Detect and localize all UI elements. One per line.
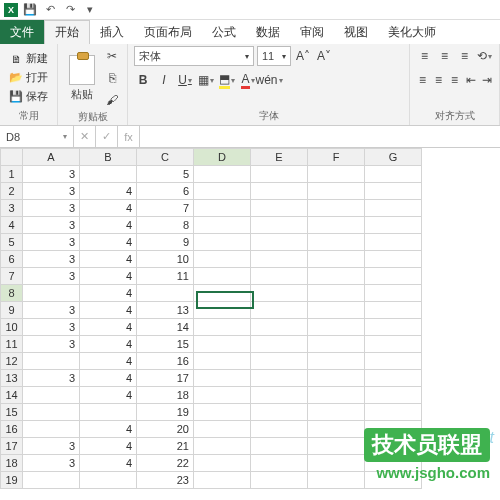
cell[interactable] — [23, 421, 80, 438]
col-header-G[interactable]: G — [365, 149, 422, 166]
row-header[interactable]: 6 — [1, 251, 23, 268]
fill-color-button[interactable]: ⬒ — [218, 70, 236, 90]
col-header-F[interactable]: F — [308, 149, 365, 166]
cell[interactable] — [365, 200, 422, 217]
cell[interactable] — [23, 387, 80, 404]
cell[interactable] — [251, 166, 308, 183]
cell[interactable] — [194, 251, 251, 268]
cell[interactable]: 3 — [23, 200, 80, 217]
cell[interactable] — [194, 319, 251, 336]
row-header[interactable]: 3 — [1, 200, 23, 217]
row-header[interactable]: 10 — [1, 319, 23, 336]
cell[interactable] — [308, 200, 365, 217]
cell[interactable] — [308, 353, 365, 370]
cell[interactable]: 4 — [80, 455, 137, 472]
cell[interactable]: 21 — [137, 438, 194, 455]
cell[interactable] — [251, 472, 308, 489]
cell[interactable] — [365, 472, 422, 489]
cell[interactable] — [194, 234, 251, 251]
cell[interactable] — [251, 285, 308, 302]
cell[interactable] — [308, 421, 365, 438]
cell[interactable]: 3 — [23, 234, 80, 251]
col-header-B[interactable]: B — [80, 149, 137, 166]
fx-button[interactable]: fx — [118, 126, 140, 147]
select-all-corner[interactable] — [1, 149, 23, 166]
cell[interactable] — [308, 234, 365, 251]
cell[interactable] — [308, 387, 365, 404]
cell[interactable]: 4 — [80, 438, 137, 455]
phonetic-button[interactable]: wén — [260, 70, 278, 90]
cell[interactable] — [251, 251, 308, 268]
cell[interactable] — [308, 455, 365, 472]
row-header[interactable]: 15 — [1, 404, 23, 421]
cell[interactable] — [365, 217, 422, 234]
qat-save[interactable]: 💾 — [22, 2, 38, 18]
cell[interactable] — [194, 370, 251, 387]
tab-beautify[interactable]: 美化大师 — [378, 20, 446, 44]
cell[interactable]: 10 — [137, 251, 194, 268]
col-header-A[interactable]: A — [23, 149, 80, 166]
cell[interactable]: 3 — [23, 183, 80, 200]
format-painter-button[interactable]: 🖌 — [103, 90, 121, 110]
tab-file[interactable]: 文件 — [0, 20, 44, 44]
cell[interactable] — [194, 268, 251, 285]
cell[interactable]: 4 — [80, 251, 137, 268]
cell[interactable] — [365, 166, 422, 183]
cell[interactable] — [251, 217, 308, 234]
cell[interactable] — [251, 370, 308, 387]
paste-button[interactable]: 粘贴 — [64, 55, 99, 102]
new-button[interactable]: 🗎新建 — [6, 50, 51, 67]
cell[interactable]: 3 — [23, 302, 80, 319]
cell[interactable] — [251, 183, 308, 200]
font-size-select[interactable]: 11▾ — [257, 46, 291, 66]
cell[interactable]: 3 — [23, 438, 80, 455]
cell[interactable] — [194, 353, 251, 370]
cell[interactable]: 4 — [80, 353, 137, 370]
formula-bar[interactable] — [140, 126, 500, 147]
cell[interactable]: 3 — [23, 319, 80, 336]
cell[interactable]: 3 — [23, 370, 80, 387]
cell[interactable] — [251, 234, 308, 251]
col-header-D[interactable]: D — [194, 149, 251, 166]
cell[interactable]: 15 — [137, 336, 194, 353]
tab-data[interactable]: 数据 — [246, 20, 290, 44]
row-header[interactable]: 19 — [1, 472, 23, 489]
grid[interactable]: ABCDEFG 13523463347434853496341073411849… — [0, 148, 422, 489]
cell[interactable] — [194, 336, 251, 353]
qat-undo[interactable]: ↶ — [42, 2, 58, 18]
cell[interactable]: 18 — [137, 387, 194, 404]
tab-view[interactable]: 视图 — [334, 20, 378, 44]
cell[interactable] — [308, 183, 365, 200]
cell[interactable] — [194, 183, 251, 200]
cell[interactable]: 4 — [80, 234, 137, 251]
cell[interactable]: 3 — [23, 166, 80, 183]
cell[interactable] — [23, 404, 80, 421]
cell[interactable] — [365, 234, 422, 251]
cell[interactable] — [80, 166, 137, 183]
cell[interactable]: 3 — [23, 268, 80, 285]
name-box[interactable]: D8▾ — [0, 126, 74, 147]
cell[interactable] — [194, 404, 251, 421]
row-header[interactable]: 18 — [1, 455, 23, 472]
cell[interactable]: 3 — [23, 251, 80, 268]
tab-layout[interactable]: 页面布局 — [134, 20, 202, 44]
cell[interactable]: 20 — [137, 421, 194, 438]
cell[interactable] — [308, 166, 365, 183]
row-header[interactable]: 14 — [1, 387, 23, 404]
cell[interactable]: 4 — [80, 217, 137, 234]
tab-home[interactable]: 开始 — [44, 20, 90, 44]
cell[interactable] — [137, 285, 194, 302]
save-button[interactable]: 💾保存 — [6, 88, 51, 105]
cell[interactable]: 14 — [137, 319, 194, 336]
italic-button[interactable]: I — [155, 70, 173, 90]
cell[interactable] — [194, 217, 251, 234]
cell[interactable] — [251, 200, 308, 217]
cell[interactable] — [308, 217, 365, 234]
cell[interactable] — [194, 438, 251, 455]
cell[interactable] — [80, 404, 137, 421]
orientation-button[interactable]: ⟲ — [476, 46, 493, 66]
cell[interactable] — [308, 404, 365, 421]
cell[interactable] — [251, 421, 308, 438]
cell[interactable] — [365, 387, 422, 404]
align-top-button[interactable]: ≡ — [416, 46, 433, 66]
